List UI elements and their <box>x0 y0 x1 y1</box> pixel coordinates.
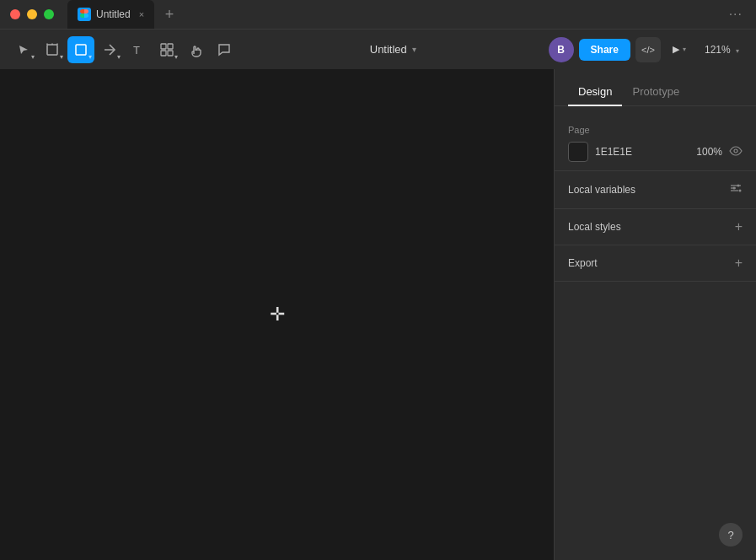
text-tool-button[interactable]: T <box>125 36 152 63</box>
shape-caret: ▾ <box>88 53 92 61</box>
svg-point-11 <box>734 149 737 153</box>
panel-tab-bar: Design Prototype <box>555 69 756 106</box>
local-variables-label: Local variables <box>568 184 635 196</box>
play-caret: ▾ <box>683 46 686 53</box>
svg-rect-1 <box>47 45 57 55</box>
tab-prototype[interactable]: Prototype <box>622 78 689 106</box>
pen-tool-button[interactable]: ▾ <box>96 36 123 63</box>
zoom-dropdown[interactable]: 121% ▾ <box>698 40 746 59</box>
new-tab-button[interactable]: + <box>158 3 181 26</box>
export-add-button[interactable]: + <box>735 256 743 271</box>
traffic-lights <box>0 9 54 19</box>
tab-design[interactable]: Design <box>568 78 622 106</box>
svg-rect-9 <box>161 51 166 56</box>
present-button[interactable]: ▶ ▾ <box>666 40 693 58</box>
help-button[interactable]: ? <box>719 523 743 547</box>
tab-figma-icon <box>78 8 91 21</box>
page-color-row: 1E1E1E 100% <box>568 142 743 162</box>
code-label: </> <box>641 45 655 55</box>
svg-point-17 <box>739 190 742 192</box>
code-view-button[interactable]: </> <box>635 37 661 62</box>
tab-bar: Untitled × + <box>67 0 729 29</box>
share-button[interactable]: Share <box>579 39 630 61</box>
close-button[interactable] <box>10 9 20 19</box>
comment-tool-button[interactable] <box>211 36 238 63</box>
page-section: Page 1E1E1E 100% <box>555 116 756 171</box>
avatar-label: B <box>557 44 565 56</box>
share-label: Share <box>591 44 619 56</box>
components-tool-button[interactable]: ▾ <box>153 36 180 63</box>
components-caret: ▾ <box>174 53 178 61</box>
file-title-dropdown[interactable]: Untitled ▾ <box>363 40 423 59</box>
local-variables-section: Local variables <box>555 171 756 209</box>
export-section: Export + <box>555 245 756 282</box>
move-tool-button[interactable]: ▾ <box>10 36 37 63</box>
cursor-crosshair: ✛ <box>270 304 285 326</box>
file-title-text: Untitled <box>370 43 407 56</box>
svg-point-16 <box>733 187 736 190</box>
visibility-toggle[interactable] <box>729 144 743 160</box>
right-panel: Design Prototype Page 1E1E1E 100% <box>554 69 756 560</box>
active-tab[interactable]: Untitled × <box>67 0 154 29</box>
frame-tool-button[interactable]: ▾ <box>39 36 66 63</box>
svg-rect-5 <box>76 45 86 55</box>
help-label: ? <box>727 529 733 541</box>
export-label: Export <box>568 257 598 269</box>
zoom-caret-icon: ▾ <box>736 47 739 55</box>
svg-point-15 <box>737 185 740 187</box>
canvas[interactable]: ✛ <box>0 69 554 560</box>
page-label: Page <box>568 125 743 135</box>
play-icon: ▶ <box>673 44 679 55</box>
toolbar: ▾ ▾ ▾ ▾ <box>0 29 756 69</box>
panel-content: Page 1E1E1E 100% Local variables <box>555 106 756 343</box>
title-caret-icon: ▾ <box>412 45 416 54</box>
zoom-label: 121% <box>705 44 731 56</box>
hand-tool-button[interactable] <box>182 36 209 63</box>
local-styles-section: Local styles + <box>555 209 756 245</box>
frame-caret: ▾ <box>60 53 63 61</box>
shape-tool-button[interactable]: ▾ <box>67 36 94 63</box>
tab-title: Untitled <box>96 8 131 20</box>
main-area: ✛ Design Prototype Page 1E1E1E 100% <box>0 69 756 560</box>
minimize-button[interactable] <box>27 9 37 19</box>
svg-rect-10 <box>168 51 173 56</box>
svg-text:T: T <box>133 44 140 57</box>
move-caret: ▾ <box>31 53 35 61</box>
page-color-opacity[interactable]: 100% <box>689 146 722 158</box>
titlebar: Untitled × + ··· <box>0 0 756 29</box>
local-styles-label: Local styles <box>568 221 621 233</box>
svg-rect-8 <box>168 44 173 49</box>
more-options-button[interactable]: ··· <box>729 7 743 22</box>
tab-close-button[interactable]: × <box>139 9 144 19</box>
local-styles-add-button[interactable]: + <box>735 219 743 234</box>
page-color-swatch[interactable] <box>568 142 588 162</box>
local-variables-icon[interactable] <box>729 181 743 198</box>
toolbar-right: B Share </> ▶ ▾ 121% ▾ <box>549 37 746 62</box>
maximize-button[interactable] <box>44 9 54 19</box>
user-avatar-button[interactable]: B <box>549 37 574 62</box>
page-color-hex[interactable]: 1E1E1E <box>595 146 682 158</box>
tools-group: ▾ ▾ ▾ ▾ <box>10 36 238 63</box>
toolbar-title-area: Untitled ▾ <box>241 40 545 59</box>
svg-rect-7 <box>161 44 166 49</box>
pen-caret: ▾ <box>117 53 121 61</box>
